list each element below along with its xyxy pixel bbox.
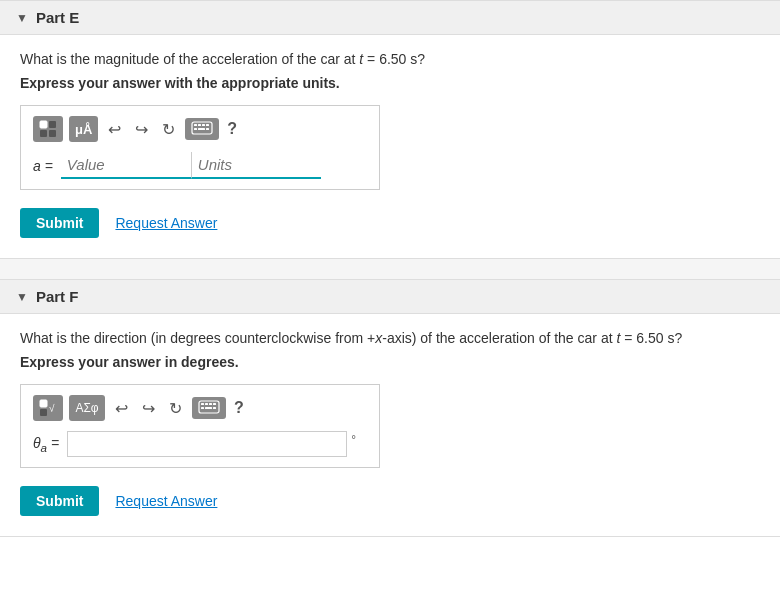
unit-button[interactable]: μÅ [69,116,98,142]
units-input[interactable] [191,152,321,179]
part-f-toolbar: √ AΣφ ↩ ↪ ↻ [33,395,367,421]
part-e-section: ▼ Part E What is the magnitude of the ac… [0,0,780,259]
undo-button[interactable]: ↩ [104,118,125,141]
part-e-instruction: Express your answer with the appropriate… [20,75,760,91]
redo-button-f[interactable]: ↪ [138,397,159,420]
svg-rect-9 [194,128,197,130]
part-f-question: What is the direction (in degrees counte… [20,330,760,346]
keyboard-icon [191,121,213,135]
degree-input[interactable] [67,431,347,457]
help-icon-f[interactable]: ? [234,399,244,417]
grid-icon [39,120,57,138]
part-f-header: ▼ Part F [0,280,780,314]
grid-icon-button[interactable] [33,116,63,142]
keyboard-icon-f [198,400,220,414]
part-f-input-row: θa = ° [33,431,367,457]
part-e-actions: Submit Request Answer [20,208,760,238]
svg-rect-2 [40,130,47,137]
refresh-button-f[interactable]: ↻ [165,397,186,420]
svg-rect-14 [40,409,47,416]
svg-rect-18 [209,403,212,405]
keyboard-button-f[interactable] [192,397,226,419]
grid-sqrt-button[interactable]: √ [33,395,63,421]
part-e-content: What is the magnitude of the acceleratio… [0,35,780,258]
svg-rect-19 [213,403,216,405]
symbols-button[interactable]: AΣφ [69,395,105,421]
part-f-submit-button[interactable]: Submit [20,486,99,516]
chevron-down-icon[interactable]: ▼ [16,11,28,25]
svg-rect-22 [213,407,216,409]
svg-rect-3 [49,130,56,137]
svg-rect-8 [206,124,209,126]
value-input[interactable] [61,152,191,179]
part-f-input-label: θa = [33,435,59,454]
part-e-answer-box: μÅ ↩ ↪ ↻ [20,105,380,190]
part-e-header: ▼ Part E [0,1,780,35]
part-f-actions: Submit Request Answer [20,486,760,516]
svg-rect-16 [201,403,204,405]
part-e-title: Part E [36,9,79,26]
undo-button-f[interactable]: ↩ [111,397,132,420]
svg-rect-7 [202,124,205,126]
svg-rect-21 [205,407,212,409]
svg-rect-10 [198,128,205,130]
degree-symbol: ° [351,433,356,447]
svg-rect-17 [205,403,208,405]
svg-text:√: √ [49,403,55,414]
part-e-question: What is the magnitude of the acceleratio… [20,51,760,67]
part-e-submit-button[interactable]: Submit [20,208,99,238]
svg-rect-11 [206,128,209,130]
redo-button[interactable]: ↪ [131,118,152,141]
part-e-toolbar: μÅ ↩ ↪ ↻ [33,116,367,142]
keyboard-button[interactable] [185,118,219,140]
chevron-down-icon-f[interactable]: ▼ [16,290,28,304]
section-gap [0,259,780,279]
part-f-section: ▼ Part F What is the direction (in degre… [0,279,780,537]
grid-sqrt-icon: √ [39,399,57,417]
svg-rect-20 [201,407,204,409]
svg-rect-5 [194,124,197,126]
part-f-answer-box: √ AΣφ ↩ ↪ ↻ [20,384,380,468]
svg-rect-6 [198,124,201,126]
part-f-instruction: Express your answer in degrees. [20,354,760,370]
svg-rect-0 [40,121,47,128]
help-icon[interactable]: ? [227,120,237,138]
part-f-content: What is the direction (in degrees counte… [0,314,780,536]
refresh-button[interactable]: ↻ [158,118,179,141]
part-e-request-answer-button[interactable]: Request Answer [115,215,217,231]
part-e-input-row: a = [33,152,367,179]
part-e-input-label: a = [33,158,53,174]
part-f-request-answer-button[interactable]: Request Answer [115,493,217,509]
svg-rect-12 [40,400,47,407]
part-f-title: Part F [36,288,79,305]
svg-rect-1 [49,121,56,128]
